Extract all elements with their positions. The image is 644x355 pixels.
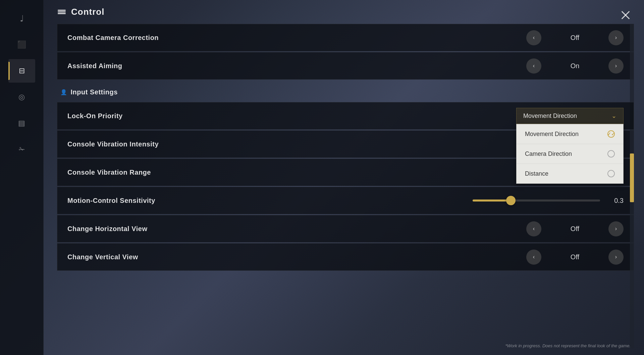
dropdown-option-movement-direction[interactable]: Movement Direction ✓ (517, 124, 623, 144)
page-header: Control (57, 7, 634, 17)
vertical-view-label: Change Vertical View (67, 253, 138, 261)
lock-on-dropdown-menu: Movement Direction ✓ Camera Direction Di… (516, 124, 624, 184)
close-button[interactable] (617, 7, 634, 24)
setting-row-lock-on: Lock-On Priority Movement Direction ⌄ Mo… (57, 102, 634, 130)
content-area: Control Combat Camera Correction ‹ Off ›… (44, 0, 644, 355)
vertical-view-value: Off (541, 253, 608, 261)
combat-camera-toggle: ‹ Off › (526, 30, 624, 45)
dropdown-option-camera-direction[interactable]: Camera Direction (517, 144, 623, 164)
motion-sensitivity-slider-track[interactable] (473, 199, 600, 202)
dropdown-chevron-icon: ⌄ (611, 112, 616, 120)
horizontal-view-right-arrow[interactable]: › (608, 221, 624, 236)
horizontal-view-value: Off (541, 225, 608, 233)
input-section-icon: 👤 (60, 89, 67, 95)
assisted-aiming-right-arrow[interactable]: › (608, 58, 624, 74)
combat-camera-label: Combat Camera Correction (67, 34, 159, 42)
sidebar-item-chat[interactable]: ▤ (8, 112, 35, 135)
combat-camera-left-arrow[interactable]: ‹ (526, 30, 541, 45)
distance-label: Distance (525, 170, 548, 177)
setting-row-combat-camera: Combat Camera Correction ‹ Off › (57, 24, 634, 51)
vertical-view-toggle: ‹ Off › (526, 250, 624, 265)
sidebar: ♩ ⬛ ⊟ ◎ ▤ ✁ (0, 0, 44, 355)
control-icon: ⊟ (19, 66, 25, 75)
close-icon (620, 10, 631, 20)
assisted-aiming-value: On (541, 62, 608, 70)
svg-rect-0 (58, 10, 66, 11)
lock-on-dropdown-control: Movement Direction ⌄ Movement Direction … (516, 108, 624, 124)
scrollbar[interactable] (630, 24, 634, 348)
vertical-view-left-arrow[interactable]: ‹ (526, 250, 541, 265)
sidebar-item-tools[interactable]: ✁ (8, 138, 35, 161)
assisted-aiming-label: Assisted Aiming (67, 62, 122, 70)
camera-direction-label: Camera Direction (525, 150, 572, 158)
lock-on-value: Movement Direction (523, 113, 577, 120)
motion-sensitivity-slider-control: 0.3 (473, 197, 624, 205)
dropdown-option-distance[interactable]: Distance (517, 164, 623, 183)
assisted-aiming-toggle: ‹ On › (526, 58, 624, 74)
horizontal-view-label: Change Horizontal View (67, 225, 147, 233)
setting-row-horizontal-view: Change Horizontal View ‹ Off › (57, 215, 634, 242)
page-title: Control (71, 7, 104, 17)
lock-on-dropdown-btn[interactable]: Movement Direction ⌄ (516, 108, 624, 124)
setting-row-assisted-aiming: Assisted Aiming ‹ On › (57, 52, 634, 80)
svg-rect-2 (58, 13, 66, 14)
header-control-icon (57, 7, 67, 17)
movement-direction-radio: ✓ (607, 130, 615, 138)
section-title-input: 👤 Input Settings (60, 88, 118, 96)
sidebar-item-control[interactable]: ⊟ (8, 59, 35, 83)
svg-rect-1 (58, 11, 66, 12)
movement-direction-label: Movement Direction (525, 131, 579, 138)
gamepad-icon: ◎ (18, 93, 25, 101)
vibration-range-label: Console Vibration Range (67, 169, 151, 176)
distance-radio (607, 170, 615, 177)
assisted-aiming-left-arrow[interactable]: ‹ (526, 58, 541, 74)
vibration-intensity-label: Console Vibration Intensity (67, 140, 159, 148)
lock-on-label: Lock-On Priority (67, 112, 123, 120)
camera-direction-radio (607, 150, 615, 158)
active-indicator (8, 62, 10, 80)
motion-sensitivity-label: Motion-Control Sensitivity (67, 197, 155, 205)
horizontal-view-left-arrow[interactable]: ‹ (526, 221, 541, 236)
motion-sensitivity-value: 0.3 (607, 197, 624, 205)
combat-camera-value: Off (541, 34, 608, 42)
chat-icon: ▤ (18, 119, 25, 128)
setting-row-motion-sensitivity: Motion-Control Sensitivity 0.3 (57, 187, 634, 214)
tools-icon: ✁ (19, 145, 25, 154)
settings-container: Combat Camera Correction ‹ Off › Assiste… (57, 24, 634, 348)
horizontal-view-toggle: ‹ Off › (526, 221, 624, 236)
scrollbar-thumb[interactable] (630, 153, 634, 202)
sidebar-item-display[interactable]: ⬛ (8, 33, 35, 56)
sidebar-item-music[interactable]: ♩ (8, 7, 35, 30)
display-icon: ⬛ (17, 40, 26, 49)
music-icon: ♩ (20, 13, 24, 24)
input-settings-header: 👤 Input Settings (57, 83, 634, 101)
slider-fill (473, 199, 511, 202)
main-container: ♩ ⬛ ⊟ ◎ ▤ ✁ (0, 0, 644, 355)
sidebar-item-gamepad[interactable]: ◎ (8, 85, 35, 109)
slider-thumb[interactable] (506, 196, 516, 205)
vertical-view-right-arrow[interactable]: › (608, 250, 624, 265)
setting-row-vertical-view: Change Vertical View ‹ Off › (57, 243, 634, 271)
check-icon: ✓ (607, 131, 611, 137)
combat-camera-right-arrow[interactable]: › (608, 30, 624, 45)
